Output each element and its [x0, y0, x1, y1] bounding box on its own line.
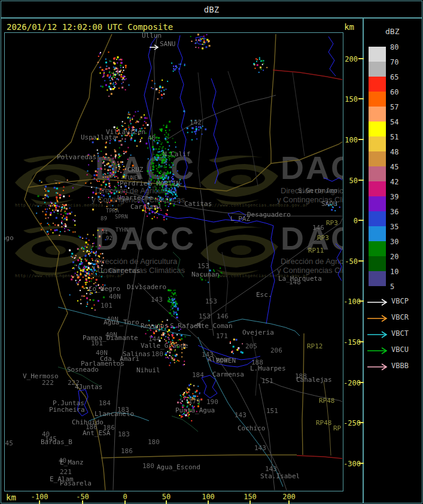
map-label: 143	[151, 296, 163, 303]
map-label: Agua_Toro	[104, 319, 139, 326]
legend-label: VBCR	[391, 314, 409, 321]
map-label: 153	[199, 313, 211, 320]
x-tick-mark	[166, 500, 167, 504]
scale-value-label: 60	[390, 89, 408, 96]
map-label: 221	[60, 469, 72, 475]
y-tick-label: -250	[343, 419, 358, 427]
scale-color-block	[369, 256, 386, 271]
map-label: 180	[142, 463, 154, 469]
map-label: 190	[206, 399, 218, 405]
y-tick-mark	[358, 463, 364, 464]
map-label: Polvaredas	[57, 154, 96, 160]
map-label: S.Geronimo	[298, 187, 337, 194]
scale-color-block	[369, 211, 386, 226]
y-tick-label: 50	[343, 177, 358, 185]
color-scale-panel: dBZ 807065605754514845423936353020105 VB…	[363, 18, 422, 503]
radar-main-panel: 2026/01/12 12:02:00 UTC Composite km DAC…	[1, 18, 363, 503]
x-tick-label: 200	[282, 493, 296, 501]
map-label: 40	[148, 135, 156, 141]
legend-label: VBCP	[391, 297, 409, 305]
map-label: Reyunos	[141, 323, 168, 329]
map-label: Canalejas	[296, 377, 332, 383]
map-label: S_MARTIN	[148, 180, 180, 187]
scale-value-label: 54	[390, 119, 408, 126]
scale-color-block	[369, 151, 386, 166]
map-label: 171	[216, 333, 228, 339]
window-titlebar: dBZ	[1, 1, 422, 18]
map-label: Sta.Isabel	[260, 473, 300, 479]
map-label: 40N	[109, 293, 121, 300]
map-label: Desaguadero	[247, 211, 291, 218]
y-tick-label: 150	[343, 95, 358, 104]
y-tick-mark	[358, 220, 364, 221]
scale-value-label: 42	[390, 178, 408, 186]
map-label: Valle_Grande	[141, 342, 188, 349]
scale-color-block	[369, 196, 386, 211]
scale-color-block	[369, 92, 386, 107]
x-tick-label: 50	[162, 493, 171, 501]
legend-row: VBCU	[367, 345, 389, 354]
x-tick-label: 100	[202, 493, 215, 501]
x-tick-label: 0	[123, 493, 127, 501]
x-tick-label: -100	[31, 493, 48, 501]
map-label: 142	[190, 119, 202, 126]
legend-arrow-icon	[367, 363, 389, 371]
map-label: 101	[91, 340, 103, 347]
scale-value-label: 48	[390, 148, 408, 156]
map-label: 143	[202, 351, 214, 358]
legend-label: VBCU	[391, 346, 409, 353]
map-label: 222	[42, 379, 54, 386]
scale-value-label: 20	[390, 253, 408, 260]
map-label: 143	[265, 466, 277, 472]
y-tick-label: -200	[343, 379, 358, 387]
scale-color-block	[369, 226, 386, 241]
scale-color-block	[369, 181, 386, 196]
map-label: TYHN	[115, 227, 129, 233]
map-label: 180	[148, 439, 160, 445]
x-tick-mark	[82, 500, 83, 504]
scale-title: dBZ	[385, 27, 399, 36]
map-label: L.Carretas	[101, 268, 140, 274]
scale-color-block	[369, 271, 386, 286]
scale-color-block	[369, 77, 386, 92]
map-label: Bardas_B	[41, 439, 72, 445]
y-tick-label: 200	[343, 55, 358, 63]
map-label: 180	[151, 351, 163, 357]
map-label: 146	[217, 313, 229, 320]
map-label: 184	[99, 400, 111, 406]
x-tick-mark	[208, 500, 209, 504]
legend-row: VBCT	[367, 329, 389, 338]
legend-label: VBBB	[391, 362, 409, 369]
map-label: Llancanelo	[95, 411, 134, 417]
map-label: RP48	[316, 420, 332, 426]
scale-value-label: 39	[390, 193, 408, 201]
map-label: 205	[245, 343, 257, 350]
radar-map: DACC Dirección de Agricultura y Continge…	[4, 32, 343, 491]
legend-row: VBCP	[367, 297, 389, 305]
y-tick-label: 0	[343, 217, 358, 225]
y-tick-mark	[358, 382, 364, 383]
map-label: 94	[101, 230, 108, 235]
map-label: SPRN	[115, 214, 128, 220]
map-label: Sosneado	[67, 366, 99, 373]
x-axis-unit: km	[6, 493, 16, 502]
scale-value-label: 70	[390, 59, 408, 66]
map-label: Catitas	[184, 201, 212, 207]
scale-value-label: 35	[390, 223, 408, 230]
legend-arrow-icon	[367, 315, 389, 322]
x-tick-mark	[39, 500, 40, 504]
scale-value-label: 5	[390, 283, 408, 290]
y-tick-mark	[358, 180, 364, 181]
map-label: E_Manz	[60, 459, 84, 466]
scale-value-label: 80	[390, 44, 408, 51]
scale-color-block	[369, 241, 386, 256]
map-label: BOWEN	[216, 357, 236, 364]
map-label: SANU	[160, 41, 176, 47]
map-label: Ugarteche	[117, 195, 153, 201]
scale-color-block	[369, 62, 386, 77]
scale-value-label: 45	[390, 163, 408, 171]
radar-site-arrow-icon	[150, 41, 159, 53]
y-tick-mark	[358, 260, 364, 262]
map-label: RP48	[319, 397, 335, 404]
legend-row: VBBB	[367, 362, 389, 370]
